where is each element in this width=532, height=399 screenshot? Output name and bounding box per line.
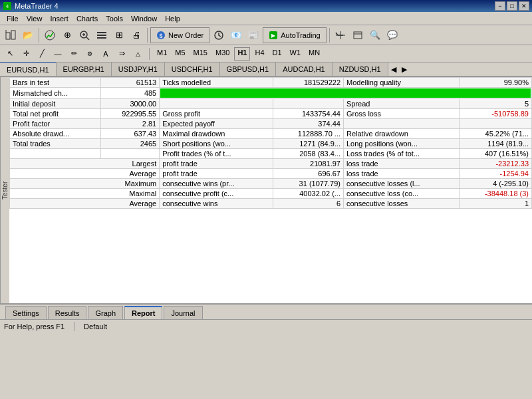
quality-bar-cell bbox=[160, 88, 532, 99]
label-empty1 bbox=[160, 99, 273, 109]
label-maximal: Maximal bbox=[10, 189, 160, 199]
menu-file[interactable]: File bbox=[3, 13, 23, 24]
zoom-in-btn[interactable] bbox=[76, 27, 92, 43]
table-row: Largest profit trade 21081.97 loss trade… bbox=[10, 159, 532, 169]
tab-graph[interactable]: Graph bbox=[88, 306, 123, 319]
status-default-text: Default bbox=[84, 323, 107, 331]
fib-btn[interactable]: ⚙ bbox=[82, 47, 97, 61]
tf-m1[interactable]: M1 bbox=[154, 47, 170, 61]
app-icon: 4 bbox=[3, 1, 12, 11]
window-controls[interactable]: − □ ✕ bbox=[495, 1, 529, 11]
menu-view[interactable]: View bbox=[23, 13, 47, 24]
history-btn[interactable] bbox=[211, 27, 227, 43]
quality-bar bbox=[160, 88, 531, 98]
grid-btn[interactable]: ⊞ bbox=[111, 27, 127, 43]
tf-d1[interactable]: D1 bbox=[269, 47, 285, 61]
terminal-btn[interactable] bbox=[350, 27, 366, 43]
tf-sep bbox=[149, 48, 150, 60]
table-row: Initial deposit 3000.00 Spread 5 bbox=[10, 99, 532, 109]
value-expected-payoff: 374.44 bbox=[273, 119, 343, 129]
tab-settings[interactable]: Settings bbox=[5, 306, 47, 319]
chart-tab-0[interactable]: EURUSD,H1 bbox=[0, 63, 57, 76]
chat-btn[interactable]: 💬 bbox=[384, 27, 400, 43]
value-empty2 bbox=[459, 119, 531, 129]
arrow-btn[interactable]: ⇒ bbox=[114, 47, 129, 61]
hline-btn[interactable]: — bbox=[51, 47, 65, 61]
line-btn[interactable]: ╱ bbox=[35, 47, 49, 61]
tab-journal[interactable]: Journal bbox=[164, 306, 202, 319]
label-profit-factor: Profit factor bbox=[10, 119, 101, 129]
value-mismatched: 485 bbox=[100, 88, 160, 99]
tf-m5[interactable]: M5 bbox=[172, 47, 188, 61]
label-largest: Largest bbox=[10, 159, 160, 169]
report-table: Bars in test 61513 Ticks modelled 181529… bbox=[9, 77, 532, 209]
chart-tab-6[interactable]: NZDUSD,H1 bbox=[332, 63, 388, 76]
label-average2: Average bbox=[10, 199, 160, 209]
crosshair-btn[interactable]: ⊕ bbox=[59, 27, 75, 43]
tf-h4[interactable]: H4 bbox=[251, 47, 267, 61]
menu-charts[interactable]: Charts bbox=[72, 13, 102, 24]
autotrading-button[interactable]: ▶ AutoTrading bbox=[263, 27, 327, 43]
value-loss-trades: 407 (16.51%) bbox=[459, 149, 531, 159]
tab-report[interactable]: Report bbox=[124, 306, 162, 319]
label-max-consec-loss: consecutive loss (co... bbox=[344, 189, 460, 199]
value-ticks-modelled: 181529222 bbox=[273, 78, 343, 88]
chart-tab-3[interactable]: USDCHF,H1 bbox=[165, 63, 220, 76]
table-row: Maximal consecutive profit (c... 40032.0… bbox=[10, 189, 532, 199]
chart-tab-1[interactable]: EURGBP,H1 bbox=[57, 63, 112, 76]
chart-tab-more2[interactable]: ▶ bbox=[399, 64, 410, 75]
tf-m15[interactable]: M15 bbox=[190, 47, 211, 61]
crosshair2-btn[interactable]: ✛ bbox=[19, 47, 33, 61]
menu-insert[interactable]: Insert bbox=[46, 13, 72, 24]
label-total-net-profit: Total net profit bbox=[10, 109, 101, 119]
menu-window[interactable]: Window bbox=[127, 13, 161, 24]
tf-mn[interactable]: MN bbox=[305, 47, 323, 61]
menu-tools[interactable]: Tools bbox=[102, 13, 127, 24]
value-profit-trades: 2058 (83.4... bbox=[273, 149, 343, 159]
label-average: Average bbox=[10, 169, 160, 179]
label-max-consec-profit: consecutive profit (c... bbox=[160, 189, 273, 199]
cursor-btn[interactable]: ↖ bbox=[3, 47, 17, 61]
open-btn[interactable]: 📂 bbox=[20, 27, 36, 43]
pen-btn[interactable]: ✏ bbox=[66, 47, 81, 61]
window-title: MetaTrader 4 bbox=[15, 2, 495, 10]
value-modelling-quality: 99.90% bbox=[459, 78, 531, 88]
svg-rect-3 bbox=[11, 31, 15, 39]
tf-w1[interactable]: W1 bbox=[287, 47, 305, 61]
value-empty3 bbox=[100, 149, 160, 159]
new-order-button[interactable]: $ New Order bbox=[150, 27, 209, 43]
minimize-button[interactable]: − bbox=[495, 1, 505, 11]
close-button[interactable]: ✕ bbox=[519, 1, 529, 11]
maximize-button[interactable]: □ bbox=[507, 1, 517, 11]
label-empty2 bbox=[344, 119, 460, 129]
label-largest-loss: loss trade bbox=[344, 159, 460, 169]
print-btn[interactable]: 🖨 bbox=[128, 27, 144, 43]
tf-h1[interactable]: H1 bbox=[234, 47, 250, 61]
value-long-pos: 1194 (81.9... bbox=[459, 139, 531, 149]
chart-tab-4[interactable]: GBPUSD,H1 bbox=[220, 63, 277, 76]
value-max-consec-profit: 40032.02 (... bbox=[273, 189, 343, 199]
table-row: Bars in test 61513 Ticks modelled 181529… bbox=[10, 78, 532, 88]
table-row: Profit trades (% of t... 2058 (83.4... L… bbox=[10, 149, 532, 159]
menu-help[interactable]: Help bbox=[161, 13, 184, 24]
tab-results[interactable]: Results bbox=[48, 306, 87, 319]
shapes-btn[interactable]: △ bbox=[130, 47, 145, 61]
value-gross-profit: 1433754.44 bbox=[273, 109, 343, 119]
news-btn[interactable]: 📰 bbox=[245, 27, 261, 43]
experts-btn[interactable] bbox=[332, 27, 348, 43]
search-btn[interactable]: 🔍 bbox=[367, 27, 383, 43]
new-chart-btn[interactable] bbox=[3, 27, 19, 43]
properties-btn[interactable] bbox=[94, 27, 110, 43]
label-bars-in-test: Bars in test bbox=[10, 78, 101, 88]
chart-tab-2[interactable]: USDJPY,H1 bbox=[112, 63, 165, 76]
tf-m30[interactable]: M30 bbox=[212, 47, 233, 61]
indicators-btn[interactable] bbox=[42, 27, 58, 43]
mail-btn[interactable]: 📧 bbox=[228, 27, 244, 43]
chart-tab-more[interactable]: ◀ bbox=[388, 64, 399, 75]
label-maximum: Maximum bbox=[10, 179, 160, 189]
chart-tab-5[interactable]: AUDCAD,H1 bbox=[276, 63, 332, 76]
sep3 bbox=[329, 28, 330, 43]
tester-panel[interactable]: Tester bbox=[0, 77, 9, 303]
value-spread: 5 bbox=[459, 99, 531, 109]
text-btn[interactable]: A bbox=[98, 47, 113, 61]
